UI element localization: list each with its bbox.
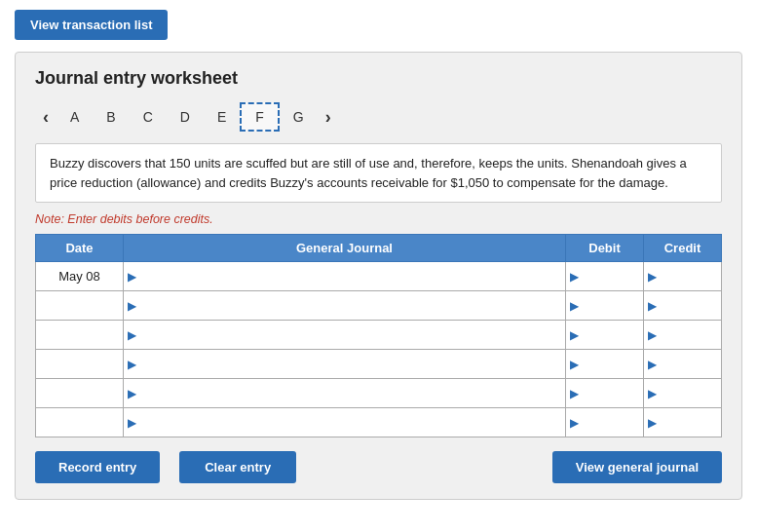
tab-C[interactable]: C (130, 104, 167, 130)
credit-arrow-3: ▶ (648, 358, 657, 371)
debit-arrow-2: ▶ (570, 328, 579, 342)
journal-cell-1[interactable]: ▶ (124, 291, 566, 321)
row-arrow-1: ▶ (128, 299, 136, 313)
tab-B[interactable]: B (93, 104, 129, 130)
credit-cell-3[interactable]: ▶ (644, 350, 722, 379)
journal-input-4[interactable] (138, 384, 561, 402)
journal-cell-3[interactable]: ▶ (124, 350, 566, 379)
debit-arrow-5: ▶ (570, 416, 579, 430)
debit-input-4[interactable] (581, 384, 639, 402)
tab-E[interactable]: E (204, 104, 240, 130)
debit-arrow-4: ▶ (570, 387, 579, 400)
credit-input-0[interactable] (659, 267, 717, 285)
date-cell-0: May 08 (36, 262, 124, 291)
table-row: ▶ ▶ ▶ (36, 321, 722, 350)
note-text: Note: Enter debits before credits. (35, 212, 722, 226)
credit-input-1[interactable] (659, 296, 717, 315)
table-row: ▶ ▶ ▶ (36, 379, 722, 408)
credit-cell-1[interactable]: ▶ (644, 291, 722, 321)
record-entry-button[interactable]: Record entry (35, 451, 160, 483)
bottom-buttons-left: Record entry Clear entry (35, 451, 296, 483)
tab-G[interactable]: G (280, 104, 318, 130)
journal-table: Date General Journal Debit Credit May 08… (35, 234, 722, 437)
journal-cell-2[interactable]: ▶ (124, 321, 566, 350)
journal-input-3[interactable] (138, 355, 561, 373)
debit-input-5[interactable] (581, 413, 639, 432)
credit-arrow-0: ▶ (648, 270, 657, 284)
credit-arrow-1: ▶ (648, 299, 657, 313)
description-box: Buzzy discovers that 150 units are scuff… (35, 143, 722, 203)
credit-cell-0[interactable]: ▶ (644, 262, 722, 291)
debit-input-1[interactable] (581, 296, 639, 315)
debit-input-3[interactable] (581, 355, 639, 373)
journal-input-1[interactable] (138, 296, 561, 315)
credit-cell-5[interactable]: ▶ (644, 408, 722, 437)
worksheet-title: Journal entry worksheet (35, 68, 722, 89)
credit-cell-2[interactable]: ▶ (644, 321, 722, 350)
date-cell-1 (36, 291, 124, 321)
debit-cell-0[interactable]: ▶ (566, 262, 644, 291)
credit-arrow-4: ▶ (648, 387, 657, 400)
journal-input-0[interactable] (138, 267, 561, 285)
debit-cell-2[interactable]: ▶ (566, 321, 644, 350)
row-arrow-4: ▶ (128, 387, 136, 400)
journal-cell-4[interactable]: ▶ (124, 379, 566, 408)
credit-input-5[interactable] (659, 413, 717, 432)
row-arrow-2: ▶ (128, 328, 136, 342)
row-arrow-3: ▶ (128, 358, 136, 371)
credit-arrow-5: ▶ (648, 416, 657, 430)
debit-arrow-1: ▶ (570, 299, 579, 313)
tabs-row: ‹ A B C D E F G › (35, 102, 722, 132)
journal-cell-0[interactable]: ▶ (124, 262, 566, 291)
journal-input-2[interactable] (138, 325, 561, 344)
row-arrow-0: ▶ (128, 270, 136, 284)
col-header-debit: Debit (566, 235, 644, 262)
credit-cell-4[interactable]: ▶ (644, 379, 722, 408)
date-cell-4 (36, 379, 124, 408)
debit-cell-3[interactable]: ▶ (566, 350, 644, 379)
tab-A[interactable]: A (57, 104, 93, 130)
view-transactions-button[interactable]: View transaction list (15, 10, 168, 40)
debit-cell-4[interactable]: ▶ (566, 379, 644, 408)
row-arrow-5: ▶ (128, 416, 136, 430)
debit-input-0[interactable] (581, 267, 639, 285)
date-value-0: May 08 (58, 269, 100, 284)
next-tab-arrow[interactable]: › (318, 103, 339, 132)
view-general-journal-button[interactable]: View general journal (552, 451, 722, 483)
table-row: ▶ ▶ ▶ (36, 350, 722, 379)
table-row: May 08 ▶ ▶ ▶ (36, 262, 722, 291)
table-row: ▶ ▶ ▶ (36, 408, 722, 437)
credit-input-2[interactable] (659, 325, 717, 344)
credit-arrow-2: ▶ (648, 328, 657, 342)
tab-F[interactable]: F (240, 102, 280, 132)
debit-arrow-3: ▶ (570, 358, 579, 371)
debit-cell-1[interactable]: ▶ (566, 291, 644, 321)
debit-cell-5[interactable]: ▶ (566, 408, 644, 437)
worksheet-container: Journal entry worksheet ‹ A B C D E F G … (15, 52, 742, 500)
table-row: ▶ ▶ ▶ (36, 291, 722, 321)
date-cell-5 (36, 408, 124, 437)
top-bar: View transaction list (15, 10, 742, 40)
col-header-journal: General Journal (124, 235, 566, 262)
date-cell-3 (36, 350, 124, 379)
clear-entry-button[interactable]: Clear entry (179, 451, 296, 483)
credit-input-3[interactable] (659, 355, 717, 373)
debit-arrow-0: ▶ (570, 270, 579, 284)
journal-input-5[interactable] (138, 413, 561, 432)
col-header-credit: Credit (644, 235, 722, 262)
debit-input-2[interactable] (581, 325, 639, 344)
bottom-buttons: Record entry Clear entry View general jo… (35, 451, 722, 483)
prev-tab-arrow[interactable]: ‹ (35, 103, 57, 132)
col-header-date: Date (36, 235, 124, 262)
date-cell-2 (36, 321, 124, 350)
credit-input-4[interactable] (659, 384, 717, 402)
tab-D[interactable]: D (167, 104, 204, 130)
journal-cell-5[interactable]: ▶ (124, 408, 566, 437)
